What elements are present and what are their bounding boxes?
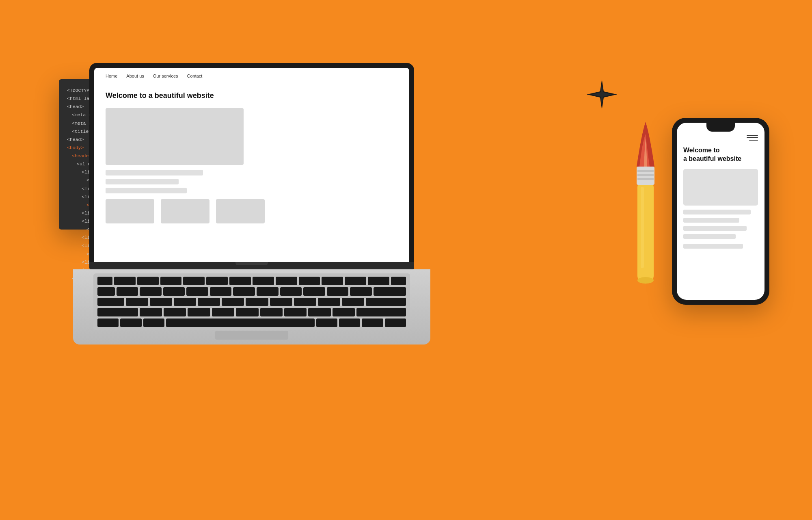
phone: Welcome toa beautiful website [672,118,769,305]
laptop-screen-inner: Home About us Our services Contact Welco… [94,68,409,262]
nav-home[interactable]: Home [106,74,117,78]
card-placeholder-3 [216,199,265,223]
menu-line-1 [747,135,758,136]
scene: <!DOCTYPE html> <html lang="en" dir="ltr… [0,0,812,520]
content-image-placeholder [106,108,244,165]
phone-welcome-title: Welcome toa beautiful website [683,146,758,163]
menu-line-2 [747,137,758,138]
website-nav: Home About us Our services Contact [94,68,409,84]
phone-text-4 [683,234,736,239]
svg-rect-2 [637,170,654,172]
paintbrush [613,102,678,297]
svg-rect-6 [641,187,644,268]
svg-rect-0 [637,183,654,280]
nav-contact[interactable]: Contact [187,74,203,78]
phone-text-1 [683,210,751,214]
sparkle-icon [587,79,617,110]
phone-notch [706,123,735,132]
phone-image-placeholder [683,169,758,206]
laptop-base-area [73,269,430,344]
laptop-base [73,269,430,344]
phone-text-3 [683,226,747,231]
svg-point-5 [637,277,654,284]
text-placeholder-2 [106,179,179,184]
nav-services[interactable]: Our services [153,74,178,78]
text-placeholder-1 [106,170,203,176]
svg-rect-3 [637,174,654,176]
laptop-keyboard [93,273,410,330]
phone-outer: Welcome toa beautiful website [672,118,769,305]
hamburger-menu-icon[interactable] [683,135,758,141]
phone-text-2 [683,218,739,223]
website-content: Welcome to a beautiful website [94,84,409,231]
card-placeholder-2 [161,199,209,223]
laptop-screen-outer: Home About us Our services Contact Welco… [89,63,414,262]
laptop: Home About us Our services Contact Welco… [89,63,414,344]
svg-rect-4 [637,178,654,180]
trackpad [215,331,288,340]
phone-text-5 [683,244,743,249]
phone-screen: Welcome toa beautiful website [677,123,764,300]
card-placeholder-1 [106,199,154,223]
laptop-hinge [89,262,414,269]
bottom-cards [106,199,398,223]
menu-line-3 [749,140,758,141]
nav-about[interactable]: About us [126,74,144,78]
website-title: Welcome to a beautiful website [106,91,398,100]
text-placeholder-3 [106,188,187,193]
